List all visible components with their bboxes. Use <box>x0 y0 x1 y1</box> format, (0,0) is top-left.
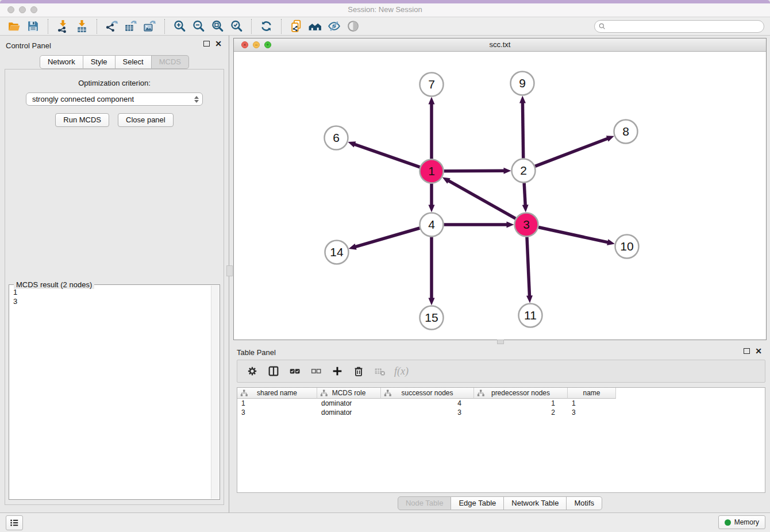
open-file-icon[interactable] <box>5 18 24 34</box>
table-cell[interactable]: 3 <box>237 408 317 417</box>
column-header-name[interactable]: name <box>568 388 616 399</box>
delete-row-icon[interactable] <box>352 364 365 378</box>
node-15[interactable]: 15 <box>420 306 444 330</box>
result-item[interactable]: 1 <box>13 288 211 297</box>
home-view-icon[interactable] <box>306 18 325 34</box>
memory-button[interactable]: Memory <box>718 515 765 529</box>
network-minimize-button[interactable]: − <box>253 41 260 48</box>
close-window-button[interactable] <box>7 6 14 13</box>
table-row[interactable]: 3dominator323 <box>237 408 765 417</box>
node-3[interactable]: 3 <box>515 213 538 237</box>
table-cell[interactable]: 1 <box>474 399 568 408</box>
table-cell[interactable]: 2 <box>474 408 568 417</box>
export-table-icon[interactable] <box>121 18 140 34</box>
tab-node-table[interactable]: Node Table <box>398 496 452 510</box>
column-header-predecessor-nodes[interactable]: predecessor nodes <box>474 388 568 399</box>
node-label: 4 <box>428 218 435 231</box>
node-8[interactable]: 8 <box>614 120 638 144</box>
export-network-icon[interactable] <box>102 18 121 34</box>
table-cell[interactable]: 1 <box>237 399 317 408</box>
hide-annotations-icon[interactable] <box>325 18 344 34</box>
node-10[interactable]: 10 <box>615 235 639 259</box>
close-panel-button[interactable]: Close panel <box>118 113 174 127</box>
node-9[interactable]: 9 <box>511 72 534 95</box>
deselect-all-icon[interactable] <box>309 364 323 378</box>
edge-arrowhead <box>348 141 356 147</box>
tab-mcds[interactable]: MCDS <box>152 55 189 69</box>
network-graph[interactable]: 7968124314101511 <box>234 51 766 340</box>
table-cell[interactable]: 1 <box>568 399 616 408</box>
close-panel-icon[interactable]: ✕ <box>215 41 222 47</box>
table-cell[interactable]: dominator <box>317 408 381 417</box>
zoom-out-icon[interactable] <box>189 18 208 34</box>
edge-3-10[interactable] <box>538 228 608 242</box>
toggle-visibility-icon[interactable] <box>344 18 363 34</box>
vertical-splitter-handle[interactable] <box>226 265 233 276</box>
column-header-successor-nodes[interactable]: successor nodes <box>381 388 474 399</box>
tab-edge-table[interactable]: Edge Table <box>451 496 504 510</box>
export-image-icon[interactable] <box>140 18 159 34</box>
minimize-window-button[interactable] <box>19 6 26 13</box>
table-cell[interactable]: 4 <box>381 399 474 408</box>
select-all-icon[interactable] <box>288 364 302 378</box>
search-field[interactable] <box>594 20 764 33</box>
column-header-shared-name[interactable]: shared name <box>237 388 317 399</box>
add-row-icon[interactable] <box>330 364 344 378</box>
search-input[interactable] <box>606 21 764 32</box>
import-table-icon[interactable] <box>72 18 91 34</box>
edge-2-3[interactable] <box>524 183 525 205</box>
edge-4-14[interactable] <box>355 228 419 247</box>
float-table-panel-icon[interactable] <box>744 348 750 354</box>
duplicate-network-icon[interactable] <box>287 18 306 34</box>
run-mcds-button[interactable]: Run MCDS <box>55 113 109 127</box>
edge-1-2[interactable] <box>444 171 504 171</box>
criterion-select[interactable]: strongly connected component <box>26 92 203 106</box>
result-item[interactable]: 3 <box>13 297 211 306</box>
column-header-MCDS-role[interactable]: MCDS role <box>317 388 381 399</box>
node-4[interactable]: 4 <box>420 213 444 237</box>
table-row[interactable]: 1dominator411 <box>237 399 765 408</box>
select-chevrons-icon <box>194 96 199 103</box>
zoom-selected-icon[interactable] <box>227 18 246 34</box>
zoom-fit-icon[interactable] <box>208 18 227 34</box>
close-table-panel-icon[interactable]: ✕ <box>755 348 762 354</box>
save-session-icon[interactable] <box>24 18 43 34</box>
task-list-button[interactable] <box>6 515 23 530</box>
column-selector-icon[interactable] <box>267 364 280 378</box>
settings-gear-icon[interactable] <box>245 364 259 378</box>
edge-3-11[interactable] <box>527 237 530 296</box>
mcds-result-list[interactable]: 13 <box>10 287 211 498</box>
edge-3-1[interactable] <box>448 180 515 218</box>
network-maximize-button[interactable]: + <box>264 41 271 48</box>
import-network-icon[interactable] <box>53 18 72 34</box>
node-label: 9 <box>519 76 526 90</box>
result-scrollbar[interactable] <box>211 286 219 499</box>
tab-select[interactable]: Select <box>116 55 152 69</box>
table-cell[interactable]: 3 <box>568 408 616 417</box>
edge-2-8[interactable] <box>535 138 608 166</box>
table-cell[interactable]: 3 <box>381 408 474 417</box>
node-1[interactable]: 1 <box>420 160 444 183</box>
node-7[interactable]: 7 <box>420 73 444 97</box>
refresh-view-icon[interactable] <box>257 18 276 34</box>
horizontal-splitter-handle[interactable] <box>497 340 504 344</box>
network-canvas[interactable]: 7968124314101511 <box>234 51 766 340</box>
tab-network[interactable]: Network <box>40 55 83 69</box>
node-11[interactable]: 11 <box>519 304 542 327</box>
tab-style[interactable]: Style <box>83 55 116 69</box>
mcds-result-group: MCDS result (2 nodes) 13 <box>9 284 220 500</box>
table-cell[interactable]: dominator <box>317 399 381 408</box>
edge-2-9[interactable] <box>522 102 523 158</box>
zoom-in-icon[interactable] <box>170 18 189 34</box>
edge-1-6[interactable] <box>355 144 420 167</box>
node-6[interactable]: 6 <box>325 126 348 150</box>
node-14[interactable]: 14 <box>325 241 349 264</box>
network-window-titlebar[interactable]: × − + scc.txt <box>234 38 766 52</box>
network-close-button[interactable]: × <box>241 41 248 48</box>
zoom-window-button[interactable] <box>30 6 37 13</box>
float-panel-icon[interactable] <box>203 41 210 47</box>
node-2[interactable]: 2 <box>512 159 536 183</box>
node-table[interactable]: shared nameMCDS rolesuccessor nodesprede… <box>237 387 765 493</box>
tab-motifs[interactable]: Motifs <box>567 496 602 510</box>
tab-network-table[interactable]: Network Table <box>504 496 567 510</box>
